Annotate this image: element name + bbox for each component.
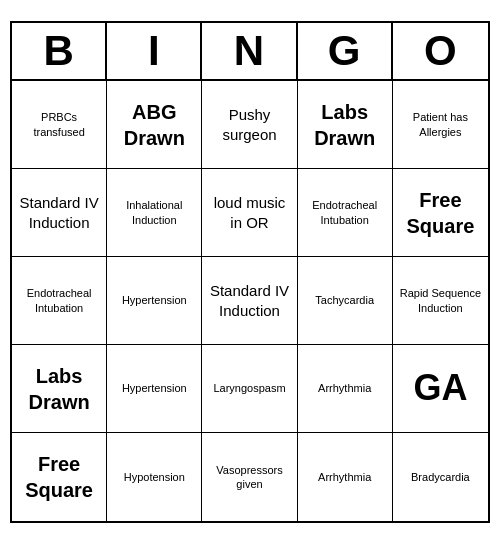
bingo-grid: PRBCs transfusedABG DrawnPushy surgeonLa…	[12, 81, 488, 521]
bingo-cell-1: ABG Drawn	[107, 81, 202, 169]
bingo-cell-20: Free Square	[12, 433, 107, 521]
bingo-cell-14: Rapid Sequence Induction	[393, 257, 488, 345]
bingo-cell-17: Laryngospasm	[202, 345, 297, 433]
bingo-cell-16: Hypertension	[107, 345, 202, 433]
bingo-cell-13: Tachycardia	[298, 257, 393, 345]
bingo-cell-4: Patient has Allergies	[393, 81, 488, 169]
bingo-cell-7: loud music in OR	[202, 169, 297, 257]
bingo-cell-24: Bradycardia	[393, 433, 488, 521]
bingo-letter-g: G	[298, 23, 393, 79]
bingo-cell-21: Hypotension	[107, 433, 202, 521]
bingo-header: BINGO	[12, 23, 488, 81]
bingo-cell-0: PRBCs transfused	[12, 81, 107, 169]
bingo-cell-23: Arrhythmia	[298, 433, 393, 521]
bingo-cell-22: Vasopressors given	[202, 433, 297, 521]
bingo-cell-6: Inhalational Induction	[107, 169, 202, 257]
bingo-cell-8: Endotracheal Intubation	[298, 169, 393, 257]
bingo-letter-n: N	[202, 23, 297, 79]
bingo-cell-2: Pushy surgeon	[202, 81, 297, 169]
bingo-cell-15: Labs Drawn	[12, 345, 107, 433]
bingo-letter-i: I	[107, 23, 202, 79]
bingo-cell-19: GA	[393, 345, 488, 433]
bingo-letter-o: O	[393, 23, 488, 79]
bingo-letter-b: B	[12, 23, 107, 79]
bingo-cell-18: Arrhythmia	[298, 345, 393, 433]
bingo-cell-5: Standard IV Induction	[12, 169, 107, 257]
bingo-cell-9: Free Square	[393, 169, 488, 257]
bingo-card: BINGO PRBCs transfusedABG DrawnPushy sur…	[10, 21, 490, 523]
bingo-cell-12: Standard IV Induction	[202, 257, 297, 345]
bingo-cell-10: Endotracheal Intubation	[12, 257, 107, 345]
bingo-cell-11: Hypertension	[107, 257, 202, 345]
bingo-cell-3: Labs Drawn	[298, 81, 393, 169]
